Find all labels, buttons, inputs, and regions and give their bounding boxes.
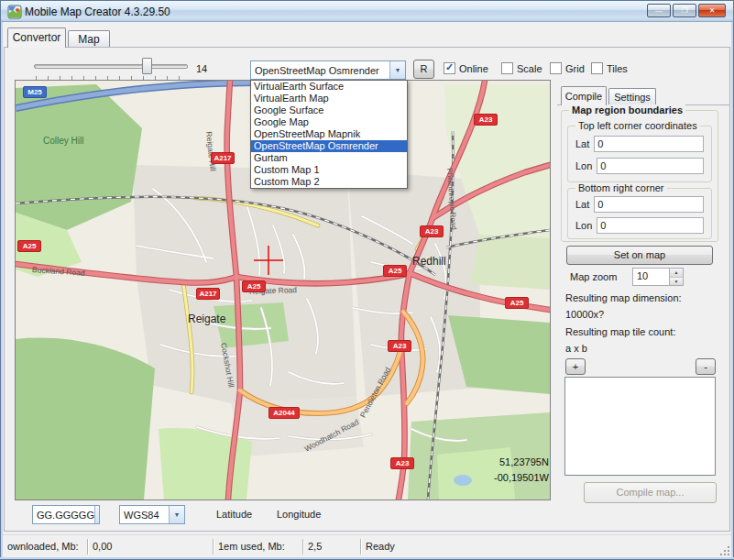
refresh-button-label: R	[421, 63, 428, 74]
checkbox-tiles-label: Tiles	[607, 63, 628, 74]
road-badge-a23: A23	[474, 114, 498, 126]
map-zoom-value[interactable]: 10	[633, 269, 669, 285]
latitude-label: Latitude	[216, 509, 252, 520]
lat-label: Lat	[575, 199, 589, 210]
road-badge-a23: A23	[388, 340, 411, 352]
road-badge-a217: A217	[196, 288, 220, 300]
map-source-value: OpenStreetMap Osmrender	[251, 65, 379, 76]
chevron-down-icon[interactable]: ▼	[389, 61, 405, 79]
top-left-lat-input[interactable]: 0	[594, 136, 704, 152]
bottom-right-lat-input[interactable]: 0	[594, 196, 704, 213]
window-title: Mobile Map Creator 4.3.29.50	[25, 5, 170, 18]
datum-value: WGS84	[120, 510, 159, 521]
dropdown-item[interactable]: VirtualEarth Map	[251, 93, 407, 104]
dropdown-item[interactable]: OpenStreetMap Mapnik	[251, 128, 407, 140]
bottom-right-lon-input[interactable]: 0	[597, 217, 704, 234]
checkbox-scale-box[interactable]	[501, 62, 513, 74]
map-zoom-label: Map zoom	[570, 271, 617, 282]
tab-compile[interactable]: Compile	[561, 86, 607, 105]
map-source-dropdown-list[interactable]: VirtualEarth Surface VirtualEarth Map Go…	[250, 80, 408, 189]
status-downloaded-label: ownloaded, Mb:	[3, 541, 87, 552]
dropdown-item[interactable]: VirtualEarth Surface	[251, 81, 407, 93]
tab-settings[interactable]: Settings	[608, 88, 656, 105]
road-badge-a25: A25	[383, 265, 407, 277]
lon-label: Lon	[575, 220, 592, 231]
map-region-boundaries-title: Map region boundaries	[569, 104, 685, 115]
road-badge-a25: A25	[17, 240, 41, 252]
status-mem-used-label: 1em used, Mb:	[214, 541, 302, 552]
title-bar[interactable]: Mobile Map Creator 4.3.29.50 — ❐ ✕	[0, 0, 734, 22]
checkbox-scale-label: Scale	[517, 63, 542, 74]
tab-map-label: Map	[78, 33, 99, 46]
dropdown-item[interactable]: Google Surface	[251, 104, 407, 116]
status-bar: ownloaded, Mb: 0,00 1em used, Mb: 2,5 Re…	[3, 534, 731, 557]
dropdown-item[interactable]: Google Map	[251, 116, 407, 128]
checkbox-online[interactable]: Online	[444, 62, 488, 74]
cursor-longitude: -00,19501W	[494, 472, 549, 483]
road-badge-a217: A217	[211, 152, 235, 164]
plus-button[interactable]: +	[565, 358, 586, 375]
checkbox-tiles-box[interactable]	[591, 62, 603, 74]
compile-map-button[interactable]: Compile map...	[584, 482, 717, 503]
tab-settings-label: Settings	[614, 92, 651, 103]
bottom-right-corner-title: Bottom right corner	[575, 182, 667, 193]
minimize-button[interactable]: —	[647, 4, 671, 17]
map-zoom-spinner[interactable]: 10 ▲ ▼	[632, 268, 684, 286]
spin-down-icon[interactable]: ▼	[670, 278, 683, 286]
status-downloaded-value: 0,00	[88, 541, 213, 552]
tile-listbox[interactable]	[564, 377, 716, 476]
road-badge-a25: A25	[242, 280, 266, 292]
road-badge-a2044: A2044	[268, 407, 300, 419]
checkbox-grid[interactable]: Grid	[550, 62, 585, 74]
longitude-label: Longitude	[277, 509, 321, 520]
resize-grip-icon[interactable]	[718, 544, 731, 557]
tile-count-value: a x b	[565, 343, 587, 354]
map-source-combobox[interactable]: OpenStreetMap Osmrender ▼	[250, 60, 406, 80]
tile-count-label: Resulting map tile count:	[565, 326, 675, 337]
checkbox-online-label: Online	[459, 63, 488, 74]
chevron-down-icon[interactable]: ▼	[169, 506, 184, 523]
bottom-right-corner-group: Bottom right corner Lat 0 Lon 0	[567, 188, 712, 239]
map-region-boundaries-group: Map region boundaries Top left corner co…	[561, 110, 718, 242]
top-left-lon-input[interactable]: 0	[597, 158, 704, 174]
datum-combobox[interactable]: WGS84 ▼	[119, 505, 185, 524]
checkbox-tiles[interactable]: Tiles	[591, 62, 628, 74]
lon-label: Lon	[575, 160, 592, 171]
maximize-button[interactable]: ❐	[673, 4, 696, 17]
top-left-corner-title: Top left corner coordinates	[575, 120, 700, 131]
checkbox-online-box[interactable]	[444, 62, 455, 74]
status-ready: Ready	[361, 541, 395, 552]
road-badge-m25: M25	[23, 86, 47, 98]
tab-convertor[interactable]: Convertor	[7, 27, 66, 48]
dimension-value: 10000x?	[565, 309, 604, 320]
chevron-down-icon[interactable]: ▼	[94, 506, 100, 523]
plus-button-label: +	[573, 361, 578, 372]
coordinate-format-combobox[interactable]: GG.GGGGG ▼	[32, 505, 100, 524]
cursor-latitude: 51,23795N	[499, 456, 549, 467]
dropdown-item-selected[interactable]: OpenStreetMap Osmrender	[251, 140, 407, 152]
zoom-slider-thumb[interactable]	[142, 58, 152, 74]
road-badge-a23: A23	[420, 225, 444, 237]
minus-button[interactable]: -	[696, 358, 716, 375]
tab-convertor-label: Convertor	[13, 31, 61, 44]
dropdown-item[interactable]: Custom Map 1	[251, 164, 407, 176]
close-button[interactable]: ✕	[698, 4, 726, 17]
tab-map[interactable]: Map	[68, 30, 110, 48]
road-badge-a25: A25	[505, 297, 529, 309]
checkbox-scale[interactable]: Scale	[501, 62, 542, 74]
road-badge-a23: A23	[390, 457, 414, 469]
dimension-label: Resulting map dimension:	[565, 292, 682, 303]
checkbox-grid-box[interactable]	[550, 62, 562, 74]
status-mem-used-value: 2,5	[303, 541, 360, 552]
set-on-map-button[interactable]: Set on map	[566, 246, 713, 265]
tab-compile-label: Compile	[565, 91, 602, 102]
app-icon	[7, 5, 22, 19]
spin-up-icon[interactable]: ▲	[670, 269, 683, 278]
checkbox-grid-label: Grid	[565, 63, 585, 74]
lat-label: Lat	[575, 138, 589, 149]
dropdown-item[interactable]: Custom Map 2	[251, 176, 407, 188]
dropdown-item[interactable]: Gurtam	[251, 152, 407, 164]
window-frame-left	[0, 22, 3, 560]
zoom-slider-track[interactable]	[34, 64, 188, 69]
refresh-button[interactable]: R	[413, 60, 434, 79]
